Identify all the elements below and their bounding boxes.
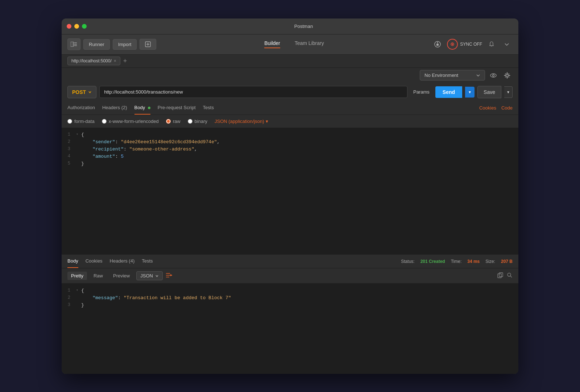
- environment-select[interactable]: No Environment: [420, 70, 485, 81]
- response-status-bar: Status: 201 Created Time: 34 ms Size: 20…: [401, 259, 513, 264]
- send-button[interactable]: Send: [435, 86, 462, 98]
- svg-line-20: [510, 276, 512, 277]
- sync-label: SYNC OFF: [460, 42, 482, 47]
- search-button[interactable]: [507, 272, 513, 280]
- fmt-tab-raw[interactable]: Raw: [90, 272, 107, 280]
- eye-icon[interactable]: [488, 70, 499, 81]
- resp-tab-cookies[interactable]: Cookies: [86, 255, 103, 268]
- tab-body[interactable]: Body: [134, 101, 150, 115]
- resp-tab-tests[interactable]: Tests: [142, 255, 153, 268]
- add-tab-button[interactable]: +: [123, 57, 127, 65]
- new-collection-button[interactable]: [140, 39, 156, 50]
- tab-pre-request[interactable]: Pre-request Script: [158, 101, 196, 115]
- window-title: Postman: [94, 24, 513, 29]
- size-label: Size:: [485, 259, 495, 264]
- bell-icon[interactable]: [486, 38, 497, 50]
- toolbar-tabs: Builder Team Library: [159, 40, 429, 48]
- close-button[interactable]: [67, 24, 71, 29]
- tab-builder[interactable]: Builder: [264, 40, 280, 48]
- response-format-bar: Pretty Raw Preview JSON: [62, 268, 518, 284]
- req-line-4: 4 "amount": 5: [62, 153, 518, 160]
- fmt-tab-pretty[interactable]: Pretty: [67, 272, 87, 280]
- sync-button[interactable]: SYNC OFF: [447, 39, 482, 50]
- titlebar: Postman: [62, 18, 518, 34]
- request-tab[interactable]: http://localhost:5000/ ×: [67, 57, 120, 65]
- response-section: Body Cookies Headers (4) Tests Status: 2…: [62, 254, 518, 374]
- request-body-editor[interactable]: 1 ▾ { 2 "sender": "d4ee26eee15148ee92c6c…: [62, 128, 518, 254]
- save-button[interactable]: Save: [477, 86, 501, 98]
- team-library-tab-label: Team Library: [295, 40, 324, 46]
- tab-headers[interactable]: Headers (2): [102, 101, 127, 115]
- sidebar-toggle-button[interactable]: [67, 38, 80, 50]
- svg-point-11: [490, 74, 496, 77]
- time-label: Time:: [451, 259, 462, 264]
- resp-json-select[interactable]: JSON: [136, 271, 163, 280]
- body-active-dot: [148, 107, 150, 109]
- svg-point-12: [493, 74, 494, 76]
- resp-json-label: JSON: [140, 273, 153, 278]
- url-encoded-option[interactable]: x-www-form-urlencoded: [102, 119, 159, 124]
- tab-team-library[interactable]: Team Library: [295, 40, 324, 48]
- response-right-icons: [497, 272, 513, 280]
- env-value: No Environment: [424, 73, 458, 78]
- sync-icon: [447, 39, 458, 50]
- req-line-2: 2 "sender": "d4ee26eee15148ee92c6cd394ed…: [62, 139, 518, 146]
- env-bar: No Environment: [62, 68, 518, 83]
- tab-url: http://localhost:5000/: [71, 58, 112, 63]
- tab-close-icon[interactable]: ×: [114, 58, 116, 63]
- svg-point-8: [437, 42, 438, 43]
- request-tab-right: Cookies Code: [479, 105, 513, 111]
- import-button[interactable]: Import: [113, 39, 137, 50]
- notifications-icon[interactable]: [432, 38, 443, 50]
- traffic-lights: [67, 24, 87, 29]
- cookies-link[interactable]: Cookies: [479, 105, 496, 111]
- raw-label: raw: [173, 119, 181, 124]
- svg-rect-18: [499, 273, 503, 277]
- request-bar: POST Params Send ▾ Save ▾: [62, 83, 518, 101]
- binary-option[interactable]: binary: [188, 119, 207, 124]
- response-body-editor[interactable]: 1 ▾ { 2 "message": "Transaction will be …: [62, 284, 518, 374]
- gear-icon[interactable]: [502, 70, 513, 81]
- raw-option[interactable]: raw: [166, 119, 181, 124]
- minimize-button[interactable]: [74, 24, 79, 29]
- binary-label: binary: [195, 119, 207, 124]
- svg-point-13: [506, 74, 508, 77]
- tab-tests[interactable]: Tests: [203, 101, 214, 115]
- svg-rect-17: [498, 274, 501, 278]
- maximize-button[interactable]: [82, 24, 87, 29]
- svg-point-10: [452, 44, 453, 45]
- form-data-label: form-data: [74, 119, 95, 124]
- form-data-option[interactable]: form-data: [67, 119, 95, 124]
- status-label: Status:: [401, 259, 414, 264]
- svg-rect-0: [71, 42, 73, 47]
- method-select[interactable]: POST: [67, 86, 96, 98]
- url-encoded-label: x-www-form-urlencoded: [109, 119, 159, 124]
- tab-authorization[interactable]: Authorization: [67, 101, 95, 115]
- send-dropdown-button[interactable]: ▾: [465, 87, 475, 98]
- url-input[interactable]: [99, 86, 407, 98]
- wrap-icon[interactable]: [166, 273, 172, 279]
- resp-tab-headers[interactable]: Headers (4): [110, 255, 135, 268]
- code-link[interactable]: Code: [501, 105, 513, 111]
- body-options: form-data x-www-form-urlencoded raw bina…: [62, 115, 518, 128]
- resp-line-3: 3 }: [62, 302, 518, 309]
- params-button[interactable]: Params: [410, 86, 432, 98]
- status-value: 201 Created: [420, 259, 445, 264]
- json-type-select[interactable]: JSON (application/json) ▾: [215, 119, 268, 124]
- app-window: Postman Runner Import Buil: [62, 18, 518, 374]
- response-tabs-header: Body Cookies Headers (4) Tests Status: 2…: [62, 255, 518, 268]
- size-value: 207 B: [501, 259, 513, 264]
- import-label: Import: [118, 42, 132, 47]
- svg-point-19: [508, 273, 511, 276]
- req-line-3: 3 "recipient": "someone-other-address",: [62, 146, 518, 153]
- save-dropdown-button[interactable]: ▾: [504, 86, 513, 98]
- resp-tab-body[interactable]: Body: [67, 255, 78, 268]
- time-value: 34 ms: [467, 259, 480, 264]
- copy-button[interactable]: [497, 272, 503, 280]
- req-line-5: 5 }: [62, 160, 518, 168]
- resp-line-2: 2 "message": "Transaction will be added …: [62, 294, 518, 302]
- json-type-dropdown-icon: ▾: [266, 119, 268, 124]
- fmt-tab-preview[interactable]: Preview: [109, 272, 133, 280]
- runner-button[interactable]: Runner: [83, 39, 110, 50]
- chevron-down-icon[interactable]: [501, 38, 513, 50]
